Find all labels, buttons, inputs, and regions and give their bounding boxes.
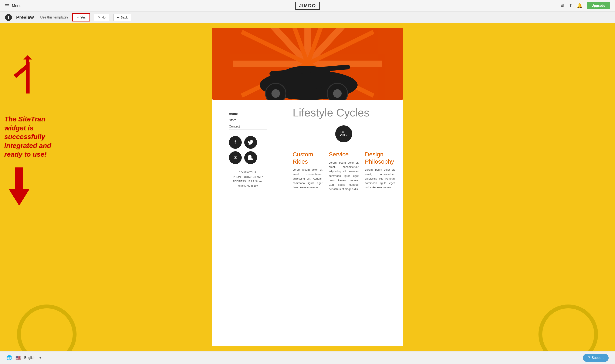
website-panel: Home Store Contact f ✉ bbox=[212, 28, 403, 346]
flag-icon: 🇺🇸 bbox=[15, 355, 21, 360]
contact-heading: CONTACT US: bbox=[229, 170, 267, 175]
panel-right: Lifestyle Cycles EST. 2012 CustomRides L… bbox=[284, 100, 403, 198]
share-icon[interactable]: ⬆ bbox=[569, 3, 573, 9]
est-text: EST. bbox=[340, 131, 347, 133]
support-label: Support bbox=[592, 356, 603, 360]
preview-title: Preview bbox=[16, 15, 34, 20]
bell-icon[interactable]: 🔔 bbox=[577, 3, 582, 9]
main-content: The SiteTran widget is successfully inte… bbox=[0, 23, 615, 364]
use-template-label: Use this template? bbox=[40, 15, 68, 19]
evernote-icon[interactable] bbox=[244, 151, 257, 164]
facebook-icon[interactable]: f bbox=[229, 136, 242, 149]
svg-marker-2 bbox=[9, 168, 30, 206]
contact-address: ADDRESS: 123 A Street, Miami, FL 38297 bbox=[229, 179, 267, 188]
support-circle-icon: ? bbox=[588, 356, 590, 360]
column-title-3: DesignPhilosophy bbox=[365, 151, 395, 165]
column-design: DesignPhilosophy Lorem ipsum dolor sit a… bbox=[365, 151, 395, 192]
contact-phone: PHONE: (815) 123 4567 bbox=[229, 175, 267, 179]
nav-center: JIMDO bbox=[295, 2, 320, 10]
email-icon[interactable]: ✉ bbox=[229, 151, 242, 164]
est-divider: EST. 2012 bbox=[293, 125, 395, 142]
arrow-down-icon bbox=[6, 168, 32, 206]
top-navigation: Menu JIMDO 🖥 ⬆ 🔔 Upgrade bbox=[0, 0, 615, 12]
column-body-1: Lorem ipsum dolor sit amet, consectetuer… bbox=[293, 168, 323, 190]
globe-icon: 🌐 bbox=[6, 355, 12, 361]
nav-right: 🖥 ⬆ 🔔 Upgrade bbox=[560, 2, 610, 9]
column-body-3: Lorem ipsum dolor sit amet, consectetuer… bbox=[365, 168, 395, 190]
sitetran-annotation: The SiteTran widget is successfully inte… bbox=[4, 115, 64, 159]
nav-left: Menu bbox=[5, 4, 22, 8]
support-button[interactable]: ? Support bbox=[583, 354, 609, 362]
sunburst-graphic bbox=[212, 28, 403, 100]
back-button[interactable]: ↩ Back bbox=[113, 14, 131, 21]
panel-body: Home Store Contact f ✉ bbox=[212, 100, 403, 198]
nav-contact[interactable]: Contact bbox=[229, 123, 267, 130]
preview-icon: ! bbox=[5, 14, 12, 21]
hamburger-icon[interactable] bbox=[5, 4, 9, 7]
bottom-left: 🌐 🇺🇸 English ▼ bbox=[6, 355, 42, 361]
panel-left: Home Store Contact f ✉ bbox=[212, 100, 284, 198]
bottom-bar: 🌐 🇺🇸 English ▼ ? Support bbox=[0, 351, 615, 364]
column-title-2: Service bbox=[329, 151, 359, 158]
svg-point-24 bbox=[272, 89, 280, 98]
preview-bar: ! Preview Use this template? ✓ Yes ✕ No … bbox=[0, 12, 615, 23]
column-custom-rides: CustomRides Lorem ipsum dolor sit amet, … bbox=[293, 151, 323, 192]
arrow-up-icon bbox=[11, 55, 45, 98]
nav-home[interactable]: Home bbox=[229, 110, 267, 117]
no-button[interactable]: ✕ No bbox=[94, 14, 109, 21]
column-body-2: Lorem ipsum dolor sit amet, consectetuer… bbox=[329, 161, 359, 192]
yes-button[interactable]: ✓ Yes bbox=[73, 14, 90, 21]
est-year: 2012 bbox=[340, 133, 348, 137]
language-label: English bbox=[24, 356, 35, 360]
site-title: Lifestyle Cycles bbox=[293, 106, 395, 119]
contact-info: CONTACT US: PHONE: (815) 123 4567 ADDRES… bbox=[212, 168, 284, 192]
nav-store[interactable]: Store bbox=[229, 117, 267, 123]
svg-point-26 bbox=[333, 89, 342, 98]
menu-label: Menu bbox=[12, 4, 22, 8]
monitor-icon[interactable]: 🖥 bbox=[560, 3, 564, 9]
dotted-line-left bbox=[293, 134, 331, 134]
column-title-1: CustomRides bbox=[293, 151, 323, 165]
twitter-icon[interactable] bbox=[244, 136, 257, 149]
dotted-line-right bbox=[356, 134, 395, 134]
site-navigation: Home Store Contact bbox=[212, 104, 284, 132]
column-service: Service Lorem ipsum dolor sit amet, cons… bbox=[329, 151, 359, 192]
language-dropdown-arrow[interactable]: ▼ bbox=[39, 356, 42, 360]
jimdo-logo: JIMDO bbox=[295, 2, 320, 10]
est-badge: EST. 2012 bbox=[335, 125, 352, 142]
social-icons: f ✉ bbox=[212, 132, 284, 168]
hero-image bbox=[212, 28, 403, 100]
upgrade-button[interactable]: Upgrade bbox=[587, 2, 610, 9]
three-columns: CustomRides Lorem ipsum dolor sit amet, … bbox=[293, 151, 395, 192]
